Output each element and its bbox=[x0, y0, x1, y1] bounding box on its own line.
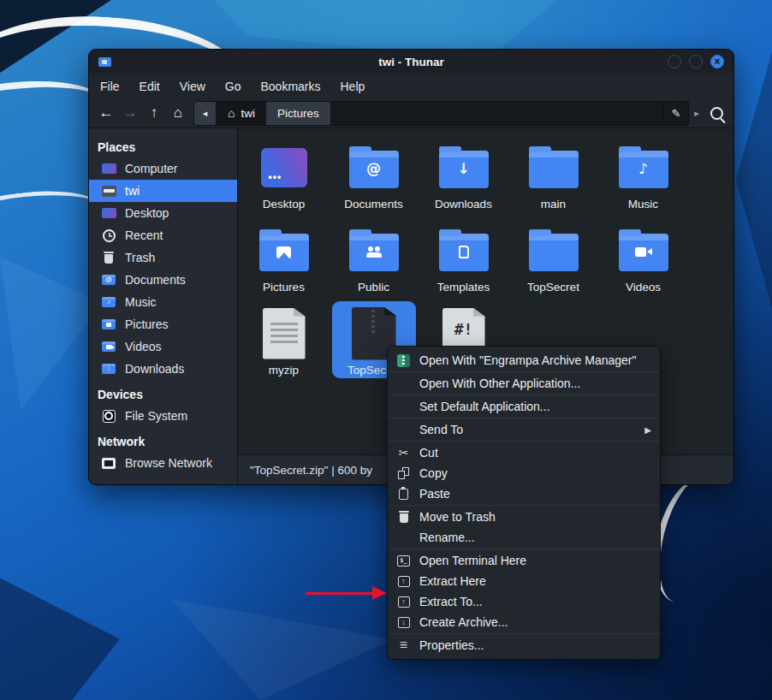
menu-item-label: Copy bbox=[419, 466, 448, 480]
file-templates[interactable]: Templates bbox=[422, 218, 506, 295]
sidebar-item-label: File System bbox=[125, 409, 187, 423]
sidebar-item-documents[interactable]: @Documents bbox=[89, 269, 237, 291]
sidebar-item-browse-network[interactable]: Browse Network bbox=[89, 452, 237, 474]
documents-folder-icon: @ bbox=[102, 275, 116, 285]
folder-icon: @ bbox=[349, 151, 399, 188]
up-button[interactable]: ↑ bbox=[142, 102, 166, 124]
sidebar-item-videos[interactable]: Videos bbox=[89, 335, 237, 358]
menu-item-create-archive[interactable]: ↓Create Archive... bbox=[388, 612, 660, 632]
menu-item-label: Paste bbox=[419, 487, 450, 501]
menu-item-move-to-trash[interactable]: Move to Trash bbox=[388, 507, 660, 527]
file-topsecret[interactable]: TopSecret bbox=[512, 218, 596, 295]
menu-help[interactable]: Help bbox=[341, 80, 365, 93]
annotation-arrow bbox=[306, 586, 388, 600]
sidebar-item-trash[interactable]: Trash bbox=[89, 246, 237, 269]
sidebar-item-recent[interactable]: Recent bbox=[89, 224, 237, 246]
menu-item-label: Create Archive... bbox=[419, 615, 508, 629]
sidebar-item-file-system[interactable]: File System bbox=[89, 405, 237, 427]
menu-bookmarks[interactable]: Bookmarks bbox=[260, 80, 320, 93]
path-segment-twi[interactable]: ⌂ twi bbox=[217, 102, 266, 125]
sidebar-item-twi[interactable]: twi bbox=[89, 180, 237, 202]
file-label: Templates bbox=[437, 281, 490, 294]
downloads-folder-icon: ↓ bbox=[102, 364, 116, 374]
sidebar-item-downloads[interactable]: ↓Downloads bbox=[89, 358, 237, 380]
menu-separator bbox=[388, 549, 660, 549]
search-icon bbox=[710, 107, 723, 120]
path-bar-empty[interactable] bbox=[331, 102, 663, 125]
path-bar: ◂ ⌂ twi Pictures ✎ bbox=[193, 101, 689, 126]
titlebar[interactable]: twi - Thunar × bbox=[89, 50, 733, 74]
menu-item-open-terminal-here[interactable]: $_Open Terminal Here bbox=[388, 550, 660, 571]
forward-button[interactable]: → bbox=[118, 102, 142, 124]
search-button[interactable] bbox=[704, 102, 728, 124]
menu-item-extract-here[interactable]: ↑Extract Here bbox=[388, 571, 660, 591]
sidebar-item-desktop[interactable]: Desktop bbox=[89, 202, 237, 224]
sidebar-item-label: Pictures bbox=[125, 317, 169, 331]
menu-edit[interactable]: Edit bbox=[140, 80, 160, 93]
file-documents[interactable]: @Documents bbox=[332, 135, 416, 212]
menu-item-set-default-application[interactable]: Set Default Application... bbox=[388, 396, 660, 417]
maximize-button[interactable] bbox=[689, 55, 703, 68]
scissors-icon: ✂ bbox=[399, 447, 409, 459]
file-desktop[interactable]: •••Desktop bbox=[242, 135, 326, 212]
wallpaper-shard bbox=[0, 257, 103, 411]
menu-separator bbox=[388, 505, 660, 506]
submenu-arrow-icon: ▶ bbox=[644, 425, 651, 435]
sidebar: PlacesComputertwiDesktopRecentTrash@Docu… bbox=[89, 128, 237, 484]
file-videos[interactable]: Videos bbox=[602, 218, 686, 295]
file-myzip[interactable]: myzip bbox=[242, 301, 326, 378]
paste-icon bbox=[399, 489, 408, 500]
menu-item-label: Properties... bbox=[419, 638, 484, 652]
menu-view[interactable]: View bbox=[180, 80, 205, 93]
minimize-button[interactable] bbox=[668, 55, 681, 68]
file-music[interactable]: ♪Music bbox=[602, 135, 686, 212]
menu-item-extract-to[interactable]: ↑Extract To... bbox=[388, 591, 660, 612]
menu-item-paste[interactable]: Paste bbox=[388, 483, 660, 504]
computer-icon bbox=[102, 163, 116, 174]
status-text: "TopSecret.zip" | 600 by bbox=[250, 464, 372, 477]
copy-icon bbox=[398, 467, 409, 479]
file-label: TopSecret bbox=[527, 281, 579, 294]
sidebar-item-pictures[interactable]: Pictures bbox=[89, 313, 237, 335]
close-button[interactable]: × bbox=[710, 55, 724, 68]
file-main[interactable]: main bbox=[512, 135, 596, 212]
menu-item-label: Extract Here bbox=[419, 574, 486, 588]
sidebar-item-label: Recent bbox=[125, 228, 163, 242]
file-public[interactable]: Public bbox=[332, 218, 416, 295]
sidebar-item-label: Browse Network bbox=[125, 456, 212, 470]
music-folder-icon: ♪ bbox=[102, 297, 116, 307]
sidebar-item-label: Documents bbox=[125, 273, 186, 287]
menu-separator bbox=[388, 394, 660, 395]
back-button[interactable]: ← bbox=[94, 102, 118, 124]
sidebar-header-network: Network bbox=[89, 430, 237, 452]
file-label: Documents bbox=[344, 198, 402, 211]
path-scroll-right-button[interactable]: ▸ bbox=[689, 108, 704, 119]
menu-item-copy[interactable]: Copy bbox=[388, 463, 660, 483]
file-label: Desktop bbox=[263, 198, 306, 211]
image-emblem bbox=[276, 246, 291, 258]
menu-item-properties[interactable]: ≡Properties... bbox=[388, 635, 660, 656]
menu-bar: FileEditViewGoBookmarksHelp bbox=[89, 74, 733, 98]
menu-item-rename[interactable]: Rename... bbox=[388, 527, 660, 548]
sidebar-item-label: Trash bbox=[125, 251, 155, 264]
home-button[interactable]: ⌂ bbox=[166, 102, 190, 124]
menu-go[interactable]: Go bbox=[225, 80, 241, 93]
wallpaper-shard bbox=[171, 599, 394, 700]
menu-item-label: Open With Other Application... bbox=[419, 377, 580, 390]
people-emblem bbox=[366, 246, 382, 258]
video-camera-emblem bbox=[635, 247, 652, 257]
desktop-tile-icon: ••• bbox=[261, 148, 307, 187]
path-scroll-left-button[interactable]: ◂ bbox=[194, 102, 217, 125]
menu-item-cut[interactable]: ✂Cut bbox=[388, 442, 660, 463]
file-pictures[interactable]: Pictures bbox=[242, 218, 326, 295]
menu-file[interactable]: File bbox=[100, 80, 120, 93]
menu-item-send-to[interactable]: Send To▶ bbox=[388, 419, 660, 440]
sidebar-item-music[interactable]: ♪Music bbox=[89, 291, 237, 313]
path-segment-pictures[interactable]: Pictures bbox=[266, 102, 331, 125]
template-emblem bbox=[459, 246, 469, 258]
menu-item-open-with-engrampa-archive-manager[interactable]: Open With "Engrampa Archive Manager" bbox=[388, 350, 660, 371]
edit-path-icon[interactable]: ✎ bbox=[663, 102, 688, 125]
file-downloads[interactable]: ↓Downloads bbox=[422, 135, 506, 212]
menu-item-open-with-other-application[interactable]: Open With Other Application... bbox=[388, 373, 660, 394]
sidebar-item-computer[interactable]: Computer bbox=[89, 157, 237, 180]
